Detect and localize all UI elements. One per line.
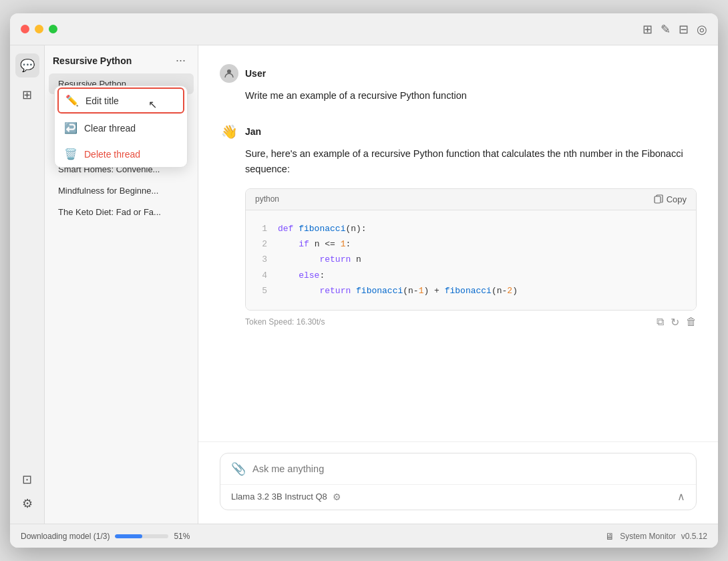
copy-button[interactable]: Copy (654, 194, 687, 204)
sidebar: Resursive Python ··· ✏️ Edit title ↖ ↩️ … (45, 45, 198, 524)
statusbar-right: 🖥 System Monitor v0.5.12 (605, 531, 707, 542)
collapse-button[interactable]: ∧ (677, 490, 685, 503)
code-line-1: 1 def fibonacci(n): (256, 221, 685, 236)
svg-rect-1 (655, 196, 661, 203)
compose-icon[interactable]: ✎ (661, 22, 671, 37)
apps-icon-btn[interactable]: ⊞ (15, 83, 39, 107)
code-body: 1 def fibonacci(n): 2 if n <= 1: 3 retur… (246, 210, 696, 310)
edit-icon: ✏️ (65, 94, 79, 107)
titlebar: ⊞ ✎ ⊟ ◎ (10, 13, 718, 45)
minimize-button[interactable] (35, 25, 43, 33)
main-content: 💬 ⊞ ⊡ ⚙ Resursive Python ··· ✏️ Edit tit… (10, 45, 718, 524)
jan-avatar: 👋 (220, 122, 238, 141)
statusbar: Downloading model (1/3) 51% 🖥 System Mon… (10, 524, 718, 548)
context-menu: ✏️ Edit title ↖ ↩️ Clear thread 🗑️ Delet… (54, 85, 188, 168)
code-line-5: 5 return fibonacci(n-1) + fibonacci(n-2) (256, 283, 685, 299)
model-name-label: Llama 3.2 3B Instruct Q8 (231, 492, 327, 502)
download-progress: Downloading model (1/3) 51% (21, 532, 190, 541)
downloading-label: Downloading model (1/3) (21, 532, 110, 541)
code-block: python Copy 1 (245, 188, 697, 311)
help-icon[interactable]: ◎ (697, 22, 707, 37)
titlebar-actions: ⊞ ✎ ⊟ ◎ (643, 22, 707, 37)
more-options-button[interactable]: ··· (172, 52, 190, 69)
model-selector[interactable]: Llama 3.2 3B Instruct Q8 ⚙ (231, 492, 341, 502)
chat-messages: User Write me an example of a recursive … (198, 45, 718, 441)
copy-icon (654, 194, 663, 204)
attachment-icon[interactable]: 📎 (231, 461, 246, 476)
chat-input-bottom: Llama 3.2 3B Instruct Q8 ⚙ ∧ (220, 484, 696, 510)
chat-input-box: 📎 Llama 3.2 3B Instruct Q8 ⚙ ∧ (220, 453, 697, 510)
ai-message-header: 👋 Jan (220, 122, 697, 141)
traffic-lights (21, 25, 57, 33)
clear-thread-menu-item[interactable]: ↩️ Clear thread (55, 115, 187, 141)
chat-input-field[interactable] (252, 463, 685, 474)
sidebar-toggle-icon[interactable]: ⊞ (643, 22, 653, 37)
user-message-text: Write me an example of a recursive Pytho… (245, 88, 697, 104)
sidebar-item-keto[interactable]: The Keto Diet: Fad or Fa... (49, 202, 194, 222)
svg-point-0 (227, 69, 231, 73)
maximize-button[interactable] (49, 25, 57, 33)
sidebar-active-title: Resursive Python (53, 55, 132, 66)
app-window: ⊞ ✎ ⊟ ◎ 💬 ⊞ ⊡ ⚙ Resursive Python ··· (10, 13, 718, 548)
progress-bar-bg (115, 534, 168, 538)
token-speed-label: Token Speed: 16.30t/s (245, 317, 325, 327)
edit-title-menu-item[interactable]: ✏️ Edit title ↖ (57, 87, 184, 114)
user-avatar (220, 64, 238, 83)
version-label: v0.5.12 (681, 532, 707, 541)
delete-thread-label: Delete thread (84, 149, 140, 160)
ai-sender-label: Jan (245, 126, 261, 137)
token-speed-row: Token Speed: 16.30t/s ⧉ ↻ 🗑 (245, 311, 697, 329)
delete-icon: 🗑️ (64, 148, 77, 160)
model-settings-icon[interactable]: ⚙ (333, 492, 341, 502)
ai-intro-text: Sure, here's an example of a recursive P… (245, 146, 697, 177)
plugin-icon-btn[interactable]: ⊡ (15, 467, 39, 492)
code-line-2: 2 if n <= 1: (256, 236, 685, 252)
code-header: python Copy (246, 189, 696, 210)
chat-area: User Write me an example of a recursive … (198, 45, 718, 524)
delete-message-icon[interactable]: 🗑 (686, 316, 697, 328)
user-sender-label: User (245, 68, 266, 79)
clear-thread-label: Clear thread (84, 123, 136, 134)
user-message: User Write me an example of a recursive … (220, 64, 697, 104)
grid-icon[interactable]: ⊟ (679, 22, 689, 37)
regenerate-icon[interactable]: ↻ (671, 316, 679, 329)
code-line-4: 4 else: (256, 268, 685, 283)
progress-percent-label: 51% (174, 532, 190, 541)
sidebar-item-mindfulness[interactable]: Mindfulness for Beginne... (49, 180, 194, 201)
message-actions: ⧉ ↻ 🗑 (657, 316, 697, 329)
clear-icon: ↩️ (64, 122, 77, 134)
settings-icon-btn[interactable]: ⚙ (15, 492, 39, 516)
monitor-icon: 🖥 (605, 531, 614, 542)
system-monitor-label: System Monitor (620, 532, 675, 541)
edit-title-label: Edit title (85, 96, 119, 106)
code-language-label: python (255, 194, 279, 204)
delete-thread-menu-item[interactable]: 🗑️ Delete thread (55, 141, 187, 167)
code-line-3: 3 return n (256, 252, 685, 267)
user-message-header: User (220, 64, 697, 83)
copy-message-icon[interactable]: ⧉ (657, 316, 664, 328)
chat-icon-btn[interactable]: 💬 (15, 53, 39, 77)
cursor-indicator: ↖ (148, 98, 157, 111)
progress-bar-fill (115, 534, 142, 538)
close-button[interactable] (21, 25, 29, 33)
ai-message: 👋 Jan Sure, here's an example of a recur… (220, 122, 697, 328)
chat-input-inner: 📎 (220, 453, 696, 484)
sidebar-icon-strip: 💬 ⊞ ⊡ ⚙ (10, 45, 45, 524)
chat-input-area: 📎 Llama 3.2 3B Instruct Q8 ⚙ ∧ (198, 441, 718, 524)
sidebar-header: Resursive Python ··· (45, 45, 198, 73)
